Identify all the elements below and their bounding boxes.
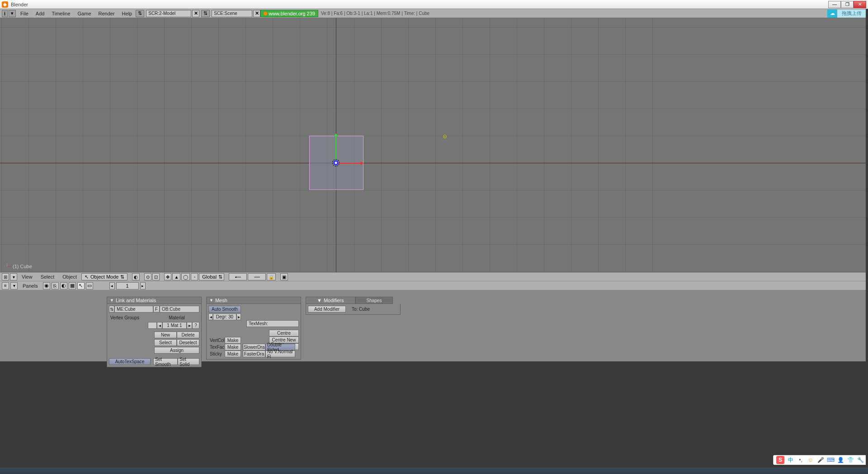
mat-select-button[interactable]: Select: [154, 339, 177, 346]
ime-settings-icon[interactable]: 🔧: [857, 456, 864, 464]
menu-object[interactable]: Object: [59, 274, 80, 280]
ime-user-icon[interactable]: 👤: [837, 456, 844, 464]
add-modifier-button[interactable]: Add Modifier: [308, 306, 346, 313]
mesh-header[interactable]: ▼Mesh: [206, 297, 301, 304]
windows-taskbar[interactable]: [0, 468, 868, 474]
menu-help[interactable]: Help: [118, 11, 136, 16]
rotate-manipulator-icon[interactable]: ◯: [181, 273, 190, 280]
sogou-logo-icon[interactable]: S: [776, 456, 784, 464]
frame-field[interactable]: 1: [116, 282, 139, 289]
minimize-button[interactable]: —: [828, 1, 841, 8]
view-collapse-icon[interactable]: ▾: [10, 273, 17, 280]
mat-next-button[interactable]: ▸: [187, 322, 192, 329]
link-materials-header[interactable]: ▼Link and Materials: [107, 297, 202, 304]
mat-new-button[interactable]: New: [154, 332, 177, 338]
blender-website-link[interactable]: www.blender.org 239: [260, 10, 318, 17]
texfac-make-button[interactable]: Make: [225, 344, 241, 351]
layer-buttons-1[interactable]: ▪▫▫▫▫: [229, 273, 247, 280]
mode-selector[interactable]: ↖Object Mode⇅: [81, 273, 127, 280]
upload-badge[interactable]: ☁ 拖拽上传: [827, 9, 866, 18]
scene-browse-icon[interactable]: ⇅: [201, 10, 210, 17]
autotexspace-button[interactable]: AutoTexSpace: [109, 358, 151, 365]
window-type-icon[interactable]: i: [2, 10, 8, 17]
lamp-object[interactable]: [443, 135, 447, 138]
me-browse-icon[interactable]: ⇅: [109, 306, 114, 313]
ime-skin-icon[interactable]: 👕: [847, 456, 854, 464]
orientation-selector[interactable]: Global⇅: [199, 273, 224, 280]
sticky-make-button[interactable]: Make: [225, 351, 241, 357]
menu-view[interactable]: View: [18, 274, 36, 280]
layer-buttons-2[interactable]: ▫▫▫▫▫: [248, 273, 266, 280]
header-collapse-icon[interactable]: ▾: [9, 10, 16, 17]
view-type-icon[interactable]: ⊞: [2, 273, 9, 280]
mesh-name-field[interactable]: ME:Cube: [114, 306, 153, 313]
render-preview-icon[interactable]: ▣: [280, 273, 288, 280]
object-name-field[interactable]: OB:Cube: [160, 306, 199, 313]
context-scene-icon[interactable]: ▭: [86, 282, 93, 289]
menu-add[interactable]: Add: [32, 11, 48, 16]
screen-delete-button[interactable]: ✕: [192, 10, 199, 17]
set-smooth-button[interactable]: Set Smooth: [153, 358, 178, 365]
scale-manipulator-icon[interactable]: ▫: [191, 273, 198, 280]
ime-keyboard-icon[interactable]: ⌨: [827, 456, 834, 464]
tab-shapes[interactable]: Shapes: [355, 297, 393, 304]
mat-help-button[interactable]: ?: [192, 322, 199, 329]
mat-prev-button[interactable]: ◂: [157, 322, 162, 329]
mat-assign-button[interactable]: Assign: [154, 347, 199, 354]
ime-voice-icon[interactable]: 🎤: [817, 456, 824, 464]
set-solid-button[interactable]: Set Solid: [178, 358, 199, 365]
menu-file[interactable]: File: [17, 11, 32, 16]
screen-browse-icon[interactable]: ⇅: [136, 10, 144, 17]
context-object-icon[interactable]: ▦: [69, 282, 76, 289]
degr-field[interactable]: Degr: 30: [213, 313, 236, 320]
menu-timeline[interactable]: Timeline: [48, 11, 74, 16]
context-script-icon[interactable]: ⎘: [52, 282, 59, 289]
degr-prev-button[interactable]: ◂: [208, 313, 213, 320]
frame-prev-button[interactable]: ◂: [109, 282, 115, 289]
menu-render[interactable]: Render: [95, 11, 118, 16]
material-swatch[interactable]: [148, 322, 157, 329]
menu-game[interactable]: Game: [74, 11, 95, 16]
pivot-icon[interactable]: ⊙: [144, 273, 151, 280]
draw-type-icon[interactable]: ◐: [132, 273, 140, 280]
menu-select[interactable]: Select: [37, 274, 58, 280]
texmesh-field[interactable]: TexMesh:: [246, 320, 299, 327]
buttons-collapse-icon[interactable]: ▾: [10, 282, 18, 289]
ime-lang-button[interactable]: 中: [787, 456, 794, 464]
manipulator-toggle[interactable]: ✥: [164, 273, 171, 280]
gizmo-x-arrow[interactable]: [336, 163, 363, 164]
maximize-button[interactable]: ❐: [841, 1, 854, 8]
screen-selector[interactable]: SCR:2-Model: [146, 10, 191, 17]
context-logic-icon[interactable]: ◉: [43, 282, 50, 289]
translate-manipulator-icon[interactable]: ▲: [172, 273, 180, 280]
fasterdra-button[interactable]: FasterDra: [243, 351, 265, 357]
degr-next-button[interactable]: ▸: [236, 313, 241, 320]
pivot-align-icon[interactable]: ⊡: [152, 273, 160, 280]
ime-emoji-icon[interactable]: ☺: [807, 456, 814, 464]
ime-punct-icon[interactable]: •,: [797, 456, 804, 464]
ime-toolbar[interactable]: S 中 •, ☺ 🎤 ⌨ 👤 👕 🔧: [773, 455, 867, 465]
centre-button[interactable]: Centre: [269, 330, 299, 337]
vertcol-make-button[interactable]: Make: [225, 337, 241, 344]
context-editing-icon[interactable]: ↖: [77, 282, 85, 289]
buttons-header: ≡ ▾ Panels ◉ ⎘ ◐ ▦ ↖ ▭ ◂ 1 ▸: [0, 281, 868, 290]
mat-delete-button[interactable]: Delete: [177, 332, 199, 338]
close-button[interactable]: ✕: [854, 1, 866, 8]
no-vnormal-flip-button[interactable]: No V.Normal Fl: [265, 351, 295, 357]
material-index-field[interactable]: 1 Mat 1: [162, 322, 187, 329]
lock-layers-icon[interactable]: 🔒: [267, 273, 276, 280]
gizmo-y-arrow[interactable]: [335, 136, 336, 163]
auto-smooth-button[interactable]: Auto Smooth: [208, 306, 241, 313]
menu-panels[interactable]: Panels: [19, 283, 42, 289]
context-shading-icon[interactable]: ◐: [60, 282, 67, 289]
fake-user-button[interactable]: F: [153, 306, 160, 313]
tab-modifiers[interactable]: ▼Modifiers: [306, 297, 355, 304]
buttons-type-icon[interactable]: ≡: [2, 282, 9, 289]
mat-deselect-button[interactable]: Deselect: [177, 339, 199, 346]
3d-viewport[interactable]: // grid lines drawn after data load belo…: [0, 18, 868, 272]
scene-delete-button[interactable]: ✕: [253, 10, 260, 17]
scene-selector[interactable]: SCE:Scene: [212, 10, 252, 17]
frame-next-button[interactable]: ▸: [140, 282, 146, 289]
slowerdra-button[interactable]: SlowerDra: [243, 344, 265, 351]
3d-cursor[interactable]: [332, 159, 340, 166]
